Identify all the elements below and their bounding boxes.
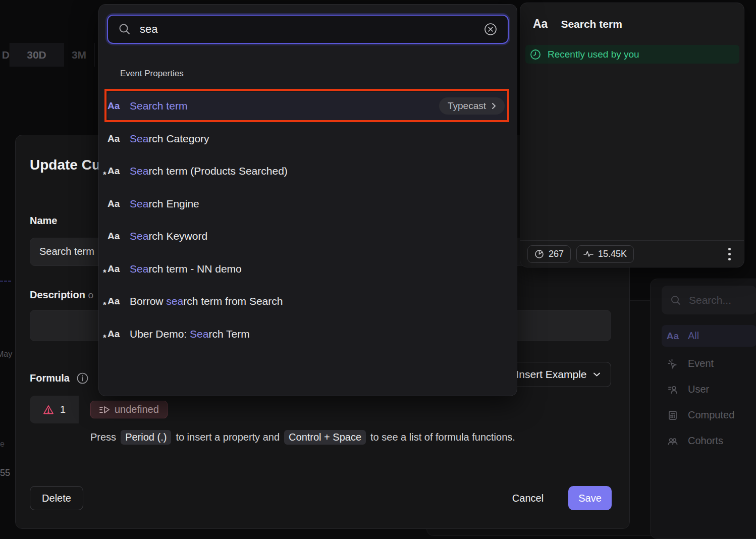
description-label: Description o <box>30 289 93 301</box>
text-type-icon: Aa <box>107 133 130 144</box>
text-type-icon: Aa <box>107 231 130 242</box>
result-row-search-keyword[interactable]: Aa Search Keyword <box>107 225 509 247</box>
detail-property-title: Search term <box>561 18 622 30</box>
sidebar-item-all[interactable]: Aa All <box>662 325 756 347</box>
kbd-control-space: Control + Space <box>284 430 366 445</box>
tab-7d[interactable]: D <box>0 43 10 67</box>
sidebar-item-event[interactable]: Event <box>662 353 756 374</box>
result-row-uber-demo-search-term[interactable]: Aa* Uber Demo: Search Term <box>107 323 509 345</box>
time-range-tabs: D 30D 3M <box>0 43 95 67</box>
result-row-borrow-search-term[interactable]: Aa* Borrow search term from Search <box>107 290 509 312</box>
formula-error-gutter: 1 <box>30 396 79 423</box>
cohorts-icon <box>667 435 679 447</box>
result-row-search-term-products[interactable]: Aa* Search term (Products Searched) <box>107 160 509 182</box>
text-type-icon: Aa <box>107 198 130 209</box>
sidebar-item-computed[interactable]: Computed <box>662 404 756 426</box>
formula-label: Formula <box>30 372 88 384</box>
cancel-button[interactable]: Cancel <box>505 486 551 510</box>
number-fragment: 55 <box>0 468 10 478</box>
result-row-search-category[interactable]: Aa Search Category <box>107 128 509 150</box>
user-icon <box>667 384 679 396</box>
property-type-sidebar: Search... Aa All Event User Computed Coh… <box>650 279 756 539</box>
description-optional-hint: o <box>88 290 94 300</box>
insert-example-button[interactable]: Insert Example <box>505 362 611 387</box>
more-options-button[interactable] <box>722 245 737 262</box>
sidebar-search-input[interactable]: Search... <box>662 286 756 314</box>
custom-property-icon: Aa* <box>107 296 130 307</box>
section-header-event-properties: Event Properties <box>120 69 184 79</box>
warning-icon <box>43 405 54 415</box>
search-icon <box>118 23 131 36</box>
name-value: Search term <box>39 246 94 257</box>
chart-line-fragment <box>0 281 11 282</box>
recently-used-badge: Recently used by you <box>525 45 739 64</box>
dropdown-search-box[interactable] <box>107 15 509 44</box>
sidebar-search-placeholder: Search... <box>689 294 731 306</box>
calculator-icon <box>667 409 679 421</box>
activity-icon <box>583 250 593 257</box>
info-icon[interactable] <box>77 372 88 384</box>
sidebar-item-cohorts[interactable]: Cohorts <box>662 430 756 452</box>
custom-property-icon: Aa* <box>107 329 130 340</box>
axis-label-fragment: May <box>0 350 12 359</box>
custom-property-icon: Aa* <box>107 263 130 275</box>
result-row-search-term-nn-demo[interactable]: Aa* Search term - NN demo <box>107 258 509 280</box>
text-fragment: e <box>0 440 5 449</box>
sidebar-item-user[interactable]: User <box>662 379 756 400</box>
search-icon <box>670 294 682 306</box>
formula-help-text: Press Period (.) to insert a property an… <box>90 430 515 445</box>
tab-3m[interactable]: 3M <box>64 43 95 67</box>
pie-chart-icon <box>534 249 544 259</box>
error-count: 1 <box>60 404 66 415</box>
detail-header: Aa Search term <box>533 17 622 31</box>
result-row-search-engine[interactable]: Aa Search Engine <box>107 193 509 215</box>
name-label: Name <box>30 215 57 227</box>
search-input[interactable] <box>140 23 475 36</box>
text-type-icon: Aa <box>533 17 548 31</box>
chevron-down-icon <box>593 372 601 377</box>
function-icon <box>99 406 110 414</box>
clock-icon <box>530 49 541 60</box>
delete-button[interactable]: Delete <box>30 486 83 510</box>
save-button[interactable]: Save <box>568 486 612 510</box>
formula-undefined-token[interactable]: undefined <box>90 401 168 418</box>
volume-stat[interactable]: 15.45K <box>576 245 634 263</box>
clear-search-icon[interactable] <box>483 22 498 36</box>
formula-editor[interactable]: 1 undefined <box>30 396 611 423</box>
property-detail-panel: Aa Search term Recently used by you 267 … <box>520 3 744 267</box>
annotation-highlight-box <box>104 89 509 122</box>
custom-property-icon: Aa* <box>107 166 130 177</box>
tab-30d[interactable]: 30D <box>10 43 64 67</box>
event-click-icon <box>667 358 679 370</box>
property-search-dropdown: Event Properties Aa Search term Typecast… <box>98 4 517 396</box>
kbd-period: Period (.) <box>121 430 171 445</box>
detail-footer: 267 15.45K <box>520 240 744 267</box>
cardinality-stat[interactable]: 267 <box>527 245 571 263</box>
modal-title: Update Cu <box>30 157 100 173</box>
text-type-icon: Aa <box>667 330 679 342</box>
